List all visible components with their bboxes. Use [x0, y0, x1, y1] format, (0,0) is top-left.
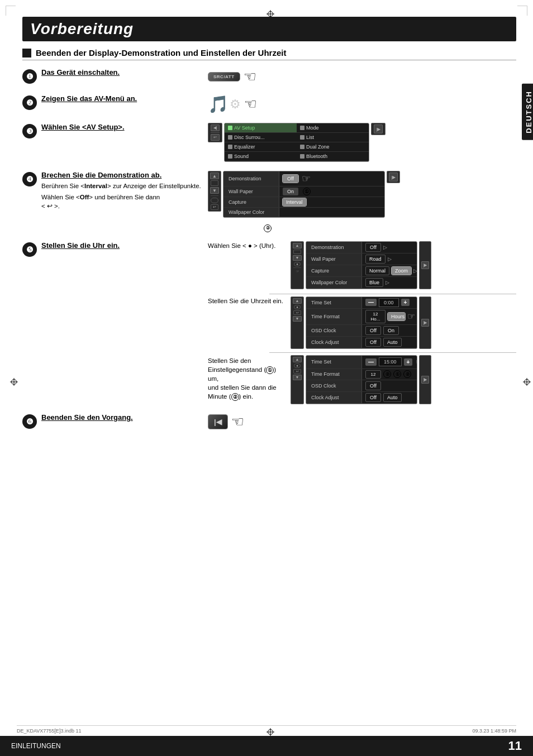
disc-surround-label: Disc Surrou... — [234, 135, 265, 140]
step-5-title: Stellen Sie die Uhr ein. — [41, 241, 201, 250]
page-title-bar: Vorbereitung — [22, 17, 516, 41]
nav-next-btn[interactable]: |▶ — [374, 125, 383, 133]
timeset-label-5c: Time Set — [306, 356, 362, 369]
list-item[interactable]: List — [297, 133, 369, 142]
road-val-5a: Road — [365, 255, 386, 264]
step-3-right: ◀| ↩ AV Setup Mode — [208, 123, 516, 162]
timeformat-label-5c: Time Format — [306, 369, 362, 380]
back-btn-5c[interactable]: ↩ — [293, 369, 301, 374]
nav-down-5c[interactable]: ▼ — [293, 375, 302, 380]
demo-row: Demonstration Off ☞ — [223, 171, 384, 186]
plus-btn-5b[interactable]: + — [401, 299, 410, 306]
nav-down-5a[interactable]: ▼ — [293, 255, 302, 261]
demo-row-5a: Demonstration Off ▷ — [306, 242, 417, 253]
av-setup-item[interactable]: AV Setup — [225, 123, 297, 133]
step-6-left: ❻ Beenden Sie den Vorgang. — [22, 413, 201, 429]
divider-5b — [269, 352, 516, 353]
step-5-menu3-container: ▲ ● ↩ ▼ Time Set — 15:00 — [291, 355, 431, 404]
normal-val-5a: Normal — [365, 266, 389, 275]
hours-val-5b[interactable]: Hours — [388, 313, 405, 320]
nav-down-4[interactable]: ▼ — [210, 187, 219, 194]
step-5-clock-row: Wählen Sie < ● > (Uhr). ▲ ▼ ● ☞ — [208, 241, 516, 289]
badge-2a-5c: ② — [383, 370, 391, 378]
sound-item[interactable]: Sound — [225, 152, 297, 161]
section-header: Beenden der Display-Demonstration und Ei… — [22, 48, 516, 60]
wallpaper-on-val[interactable]: On — [283, 188, 298, 195]
nav-panel-5a: ▲ ▼ ● ☞ — [291, 241, 304, 289]
wp-label-5a: Wall Paper — [306, 253, 362, 265]
step-6-number: ❻ — [22, 414, 37, 429]
step-2-text: Zeigen Sie das AV-Menü an. — [41, 94, 201, 105]
disc-surround-item[interactable]: Disc Surrou... — [225, 133, 297, 142]
clock-btn-5c[interactable]: ● — [294, 363, 301, 368]
step-2-title: Zeigen Sie das AV-Menü an. — [41, 94, 201, 103]
bluetooth-item[interactable]: Bluetooth — [297, 152, 369, 161]
osd-label-5b: OSD Clock — [306, 325, 362, 336]
nav-up-5c[interactable]: ▲ — [293, 357, 302, 362]
step-4-number: ❹ — [22, 172, 37, 186]
step-5-desc1: Wählen Sie < ● > (Uhr). — [208, 241, 286, 249]
step-5: ❺ Stellen Sie die Uhr ein. Wählen Sie < … — [22, 241, 516, 404]
equalizer-item[interactable]: Equalizer — [225, 142, 297, 152]
wpc-label-5a: Wallpaper Color — [306, 277, 362, 288]
step-4-desc1: Berühren Sie <Interval> zur Anzeige der … — [41, 181, 201, 190]
zoom-val-5a[interactable]: Zoom — [392, 267, 411, 275]
adj-off-5c[interactable]: Off — [365, 393, 381, 402]
wpc-row-5a: Wallpaper Color Blue ▷ — [306, 277, 417, 289]
demo-off-5a: Off — [365, 243, 381, 252]
demo-label: Demonstration — [223, 171, 279, 186]
back-btn-5b[interactable]: ↩ — [293, 310, 301, 315]
step-6: ❻ Beenden Sie den Vorgang. |◀ ☞ — [22, 413, 516, 430]
music-note-icon: 🎵 — [208, 94, 229, 114]
time-val-5c: 15:00 — [379, 357, 402, 366]
step-2-right: 🎵 ⚙ ☞ — [208, 94, 516, 114]
settings-menu-5a: Demonstration Off ▷ Wall Paper — [306, 241, 417, 289]
exit-btn-4[interactable]: |▶ — [389, 173, 398, 181]
clock-btn-5b[interactable]: ● — [294, 305, 301, 309]
mode-item[interactable]: Mode — [297, 123, 369, 133]
wallpaper-values: On ① — [279, 186, 384, 197]
adj-off-5b[interactable]: Off — [365, 338, 381, 347]
nav-down-5b[interactable]: ▼ — [293, 316, 302, 322]
wallpaper-row-5a: Wall Paper Road ▷ — [306, 253, 417, 265]
capture-row: Capture Interval — [223, 197, 384, 208]
timeset-val-5c: — 15:00 + ☞ — [362, 356, 417, 369]
bluetooth-label: Bluetooth — [306, 154, 327, 159]
exit-btn-5b[interactable]: |▶ — [421, 319, 429, 327]
adj-auto-5c[interactable]: Auto — [383, 393, 402, 402]
exit-btn-5a[interactable]: |▶ — [421, 261, 429, 269]
finish-button[interactable]: |◀ — [208, 414, 228, 429]
clock-btn[interactable]: ● — [294, 262, 301, 266]
dual-zone-item[interactable]: Dual Zone — [297, 142, 369, 152]
osd-off-5c[interactable]: Off — [365, 381, 381, 390]
nav-back-4[interactable]: ↩ — [211, 204, 218, 210]
nav-back-btn[interactable]: ↩ — [211, 134, 220, 141]
nav-up-4[interactable]: ▲ — [210, 173, 219, 179]
exit-btn-5c[interactable]: |▶ — [421, 376, 429, 384]
badge-2: ② — [264, 224, 272, 232]
step-5-menu1-container: ▲ ▼ ● ☞ Demonstration — [291, 241, 431, 289]
step-5-left: ❺ Stellen Sie die Uhr ein. — [22, 241, 201, 257]
osd-off-5b[interactable]: Off — [365, 326, 381, 335]
step-2-left: ❷ Zeigen Sie das AV-Menü an. — [22, 94, 201, 110]
capture-interval-val[interactable]: Interval — [283, 198, 306, 206]
12h-val-5b[interactable]: 12 Ho... — [365, 310, 386, 323]
12-val-5c[interactable]: 12 — [365, 370, 381, 379]
minus-btn-5c[interactable]: — — [365, 358, 377, 366]
step-5-right: Wählen Sie < ● > (Uhr). ▲ ▼ ● ☞ — [208, 241, 516, 404]
demo-off-val[interactable]: Off — [283, 175, 298, 183]
step-1-left: ❶ Das Gerät einschalten. — [22, 68, 201, 84]
nav-next-panel-3: |▶ — [371, 123, 386, 135]
nav-up-5a[interactable]: ▲ — [293, 243, 302, 248]
minus-btn-5b[interactable]: — — [365, 299, 377, 306]
nav-prev-btn[interactable]: ◀| — [211, 125, 220, 131]
timeformat-row-5c: Time Format 12 ② ① ② — [306, 369, 417, 380]
adj-auto-5b[interactable]: Auto — [383, 338, 402, 347]
osd-on-5b[interactable]: On — [383, 326, 399, 335]
finger-icon-1: ☞ — [244, 68, 256, 85]
step-3: ❸ Wählen Sie <AV Setup>. ◀| ↩ — [22, 123, 516, 162]
step-5-menu2-container: ▲ ● ↩ ▼ Time Set — 0:00 — [291, 296, 431, 349]
nav-up-5b[interactable]: ▲ — [293, 298, 302, 304]
step-1-number: ❶ — [22, 69, 37, 84]
plus-btn-5c[interactable]: + — [404, 358, 413, 366]
